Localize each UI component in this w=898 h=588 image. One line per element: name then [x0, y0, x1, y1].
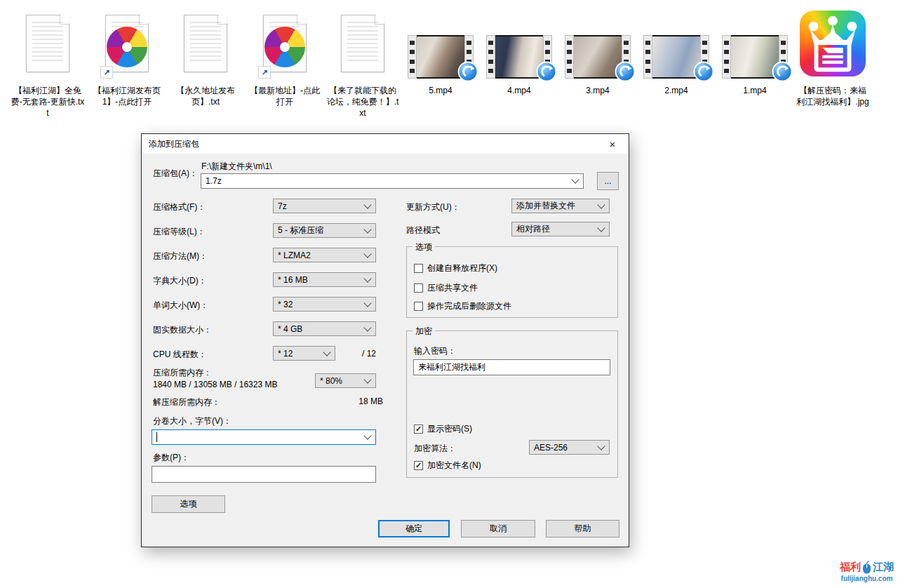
word-size-select[interactable]: * 32 — [273, 297, 376, 312]
help-button[interactable]: 帮助 — [546, 520, 619, 537]
icon-label: 4.mp4 — [480, 85, 558, 96]
shortcut-arrow-icon: ↗ — [258, 66, 271, 79]
parameters-input[interactable] — [152, 466, 376, 483]
encryption-group-legend: 加密 — [413, 326, 435, 338]
parameters-label: 参数(P)： — [153, 452, 189, 464]
memory-usage-detail: 1840 MB / 13058 MB / 16323 MB — [153, 380, 277, 389]
ok-button[interactable]: 确定 — [378, 520, 450, 537]
checkbox-icon — [414, 264, 423, 273]
method-select[interactable]: * LZMA2 — [273, 248, 376, 262]
chevron-down-icon — [597, 442, 605, 450]
text-file-icon — [26, 15, 69, 72]
chevron-down-icon — [363, 299, 371, 307]
format-select[interactable]: 7z — [273, 199, 376, 213]
level-select[interactable]: 5 - 标准压缩 — [273, 223, 376, 238]
chevron-down-icon — [363, 201, 371, 208]
mouse-icon — [862, 561, 871, 574]
icon-label: 【福利江湖】全免费-无套路-更新快.txt — [8, 85, 87, 119]
checkbox-show-password[interactable]: 显示密码(S) — [414, 423, 472, 435]
update-mode-label: 更新方式(U)： — [406, 201, 460, 213]
icon-label: 2.mp4 — [637, 85, 716, 96]
chevron-down-icon — [363, 225, 371, 233]
memory-usage-label: 压缩所需内存： — [153, 367, 212, 379]
path-mode-select[interactable]: 相对路径 — [511, 222, 610, 236]
player-overlay-icon — [457, 61, 478, 82]
solid-block-select[interactable]: * 4 GB — [273, 321, 376, 336]
desktop-icon-video-1[interactable]: 1.mp4 — [716, 7, 794, 96]
browser-pinwheel-icon — [264, 27, 305, 67]
desktop-icon-video-4[interactable]: 4.mp4 — [480, 7, 558, 96]
desktop-icon-link-2[interactable]: ↗ 【最新地址】-点此打开 — [246, 7, 324, 107]
chevron-down-icon — [363, 250, 371, 258]
archive-name-combobox[interactable]: 1.7z — [201, 173, 584, 189]
options-button[interactable]: 选项 — [152, 495, 225, 513]
icon-label: 【永久地址发布页】.txt — [166, 85, 245, 107]
chevron-down-icon — [363, 432, 371, 439]
cpu-threads-max: / 12 — [362, 349, 376, 359]
checkbox-shared-files[interactable]: 压缩共享文件 — [414, 282, 478, 294]
desktop-icon-video-5[interactable]: 5.mp4 — [401, 7, 480, 96]
cancel-button[interactable]: 取消 — [461, 520, 535, 537]
browser-pinwheel-icon — [107, 27, 147, 67]
checkbox-icon — [414, 302, 423, 311]
dictionary-select[interactable]: * 16 MB — [273, 272, 376, 287]
chevron-down-icon — [597, 224, 605, 232]
password-input[interactable] — [413, 359, 610, 375]
checkbox-icon — [414, 283, 423, 293]
checkbox-encrypt-filenames[interactable]: 加密文件名(N) — [414, 460, 481, 472]
browse-button[interactable]: ... — [597, 172, 619, 190]
algorithm-select[interactable]: AES-256 — [529, 440, 610, 455]
desktop-icon-txt-2[interactable]: 【永久地址发布页】.txt — [166, 7, 245, 107]
archive-label: 压缩包(A)： — [153, 168, 198, 180]
checkbox-delete-after[interactable]: 操作完成后删除源文件 — [414, 300, 511, 312]
archive-path: F:\新建文件夹\m\1\ — [201, 161, 272, 173]
level-label: 压缩等级(L)： — [153, 226, 206, 238]
checkbox-create-sfx[interactable]: 创建自释放程序(X) — [414, 262, 497, 274]
format-label: 压缩格式(F)： — [153, 201, 206, 213]
desktop-icon-video-3[interactable]: 3.mp4 — [558, 7, 637, 96]
memory-percent-select[interactable]: * 80% — [315, 373, 376, 388]
solid-block-label: 固实数据大小： — [153, 324, 212, 336]
dialog-titlebar[interactable]: 添加到压缩包 × — [142, 134, 629, 154]
checkbox-icon — [414, 461, 423, 470]
options-group-legend: 选项 — [413, 241, 435, 253]
algorithm-label: 加密算法： — [414, 443, 456, 455]
video-thumbnail — [643, 35, 709, 79]
password-label: 输入密码： — [414, 345, 456, 357]
video-thumbnail — [565, 35, 631, 79]
player-overlay-icon — [615, 61, 636, 82]
path-mode-label: 路径模式 — [406, 225, 440, 236]
icon-label: 3.mp4 — [558, 85, 637, 96]
method-label: 压缩方法(M)： — [153, 250, 208, 262]
cpu-threads-select[interactable]: * 12 — [273, 346, 335, 361]
icon-label: 【福利江湖发布页1】-点此打开 — [88, 85, 166, 107]
close-button[interactable]: × — [596, 134, 629, 154]
desktop-icon-jpg[interactable]: 【解压密码：来福利江湖找福利】.jpg — [793, 7, 872, 107]
decompress-memory-label: 解压缩所需内存： — [153, 396, 220, 408]
text-file-icon — [184, 15, 227, 72]
desktop-icon-link-1[interactable]: ↗ 【福利江湖发布页1】-点此打开 — [88, 7, 166, 107]
video-thumbnail — [408, 35, 474, 79]
chevron-down-icon — [597, 201, 605, 208]
icon-label: 【最新地址】-点此打开 — [246, 85, 324, 107]
video-thumbnail — [722, 35, 788, 79]
volume-size-combobox[interactable] — [152, 429, 376, 445]
icon-label: 【解压密码：来福利江湖找福利】.jpg — [793, 85, 872, 107]
checkbox-icon — [414, 425, 423, 434]
update-mode-select[interactable]: 添加并替换文件 — [511, 199, 610, 213]
close-icon: × — [610, 138, 616, 150]
word-size-label: 单词大小(W)： — [153, 300, 208, 312]
icon-label: 1.mp4 — [716, 85, 794, 96]
chevron-down-icon — [323, 348, 330, 356]
desktop-icon-txt-1[interactable]: 【福利江湖】全免费-无套路-更新快.txt — [8, 7, 87, 119]
volume-size-label: 分卷大小，字节(V)： — [153, 415, 232, 427]
icon-label: 【来了就能下载的论坛，纯免费！】.txt — [323, 85, 402, 119]
add-to-archive-dialog: 添加到压缩包 × 压缩包(A)： F:\新建文件夹\m\1\ 1.7z ... … — [141, 133, 629, 547]
chevron-down-icon — [363, 323, 371, 331]
site-watermark: 福利 江湖 fulijianghu.com — [840, 561, 894, 582]
desktop-icon-video-2[interactable]: 2.mp4 — [637, 7, 716, 96]
dictionary-label: 字典大小(D)： — [153, 275, 207, 287]
video-thumbnail — [486, 35, 552, 79]
icon-label: 5.mp4 — [401, 85, 480, 96]
desktop-icon-txt-3[interactable]: 【来了就能下载的论坛，纯免费！】.txt — [323, 7, 402, 119]
